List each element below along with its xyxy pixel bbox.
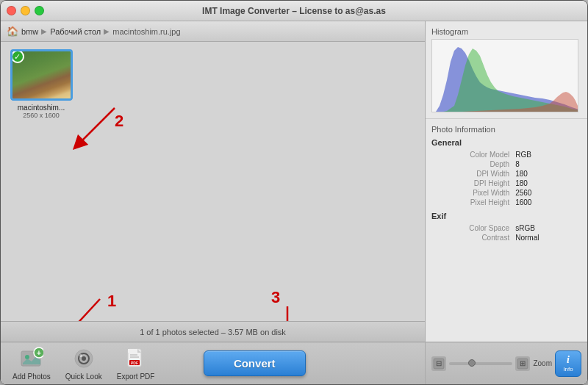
thumb-container: ✓ bbox=[10, 49, 73, 101]
histogram-canvas bbox=[431, 39, 578, 112]
image-thumbnail[interactable]: ✓ macintoshim... 2560 x 1600 bbox=[8, 49, 74, 119]
status-bar: 1 of 1 photos selected – 3.57 MB on disk bbox=[1, 321, 425, 342]
bottom-toolbar: + Add Photos bbox=[1, 342, 425, 384]
table-row: Pixel Width2560 bbox=[431, 188, 581, 198]
main-content: 🏠 bmw ▶ Рабочий стол ▶ macintoshim.ru.jp… bbox=[1, 21, 587, 384]
table-row: ContrastNormal bbox=[431, 233, 581, 242]
general-label: General bbox=[431, 138, 581, 147]
field-value: RGB bbox=[514, 150, 581, 159]
arrow-2 bbox=[67, 101, 126, 159]
field-key: Color Space bbox=[431, 223, 514, 233]
svg-text:⊞: ⊞ bbox=[520, 359, 526, 367]
field-key: DPI Height bbox=[431, 179, 514, 188]
general-info-table: Color ModelRGBDepth8DPI Width180DPI Heig… bbox=[431, 150, 581, 207]
add-photos-button[interactable]: + Add Photos bbox=[12, 347, 51, 381]
field-key: Pixel Width bbox=[431, 188, 514, 198]
svg-point-8 bbox=[79, 354, 82, 357]
table-row: Color ModelRGB bbox=[431, 150, 581, 159]
field-key: Contrast bbox=[431, 233, 514, 242]
table-row: Depth8 bbox=[431, 159, 581, 169]
quick-look-button[interactable]: Quick Look bbox=[65, 347, 102, 381]
histogram-section: Histogram bbox=[426, 21, 587, 119]
zoom-area: ⊟ ⊞ Zoom bbox=[431, 356, 552, 371]
histogram-title: Histogram bbox=[431, 27, 581, 36]
breadcrumb-folder[interactable]: Рабочий стол bbox=[50, 27, 101, 36]
table-row: DPI Height180 bbox=[431, 179, 581, 188]
zoom-slider[interactable] bbox=[449, 362, 512, 365]
exif-info-table: Color SpacesRGBContrastNormal bbox=[431, 223, 581, 242]
title-bar: IMT Image Converter – License to as@as.a… bbox=[1, 1, 587, 21]
field-value: sRGB bbox=[514, 223, 581, 233]
selected-checkmark: ✓ bbox=[11, 50, 24, 63]
photo-info: Photo Information General Color ModelRGB… bbox=[426, 119, 587, 342]
svg-point-7 bbox=[82, 356, 86, 361]
quick-look-icon bbox=[72, 347, 96, 370]
minimize-button[interactable] bbox=[21, 6, 30, 15]
maximize-button[interactable] bbox=[35, 6, 44, 15]
status-text: 1 of 1 photos selected – 3.57 MB on disk bbox=[140, 328, 286, 337]
app-window: IMT Image Converter – License to as@as.a… bbox=[0, 0, 588, 385]
info-button[interactable]: i Info bbox=[555, 350, 581, 377]
zoom-in-icon[interactable]: ⊞ bbox=[515, 356, 530, 371]
breadcrumb-sep2: ▶ bbox=[104, 27, 110, 35]
traffic-lights bbox=[7, 6, 44, 15]
convert-button[interactable]: Convert bbox=[204, 350, 306, 376]
svg-text:PDF: PDF bbox=[131, 361, 138, 365]
field-value: 1600 bbox=[514, 198, 581, 207]
breadcrumb-sep1: ▶ bbox=[41, 27, 47, 35]
zoom-label: Zoom bbox=[533, 359, 552, 367]
info-btn-label: Info bbox=[563, 366, 573, 373]
info-icon: i bbox=[567, 355, 570, 365]
arrow-3 bbox=[273, 303, 317, 321]
export-pdf-label: Export PDF bbox=[117, 373, 155, 381]
window-title: IMT Image Converter – License to as@as.a… bbox=[202, 6, 386, 16]
table-row: Color SpacesRGB bbox=[431, 223, 581, 233]
field-value: 8 bbox=[514, 159, 581, 169]
field-key: Depth bbox=[431, 159, 514, 169]
arrow-1 bbox=[49, 292, 115, 321]
breadcrumb: 🏠 bmw ▶ Рабочий стол ▶ macintoshim.ru.jp… bbox=[1, 21, 425, 42]
thumb-label: macintoshim... bbox=[18, 104, 65, 112]
export-pdf-button[interactable]: PDF Export PDF bbox=[117, 347, 155, 381]
field-value: 180 bbox=[514, 169, 581, 179]
quick-look-label: Quick Look bbox=[65, 373, 102, 381]
breadcrumb-file[interactable]: macintoshim.ru.jpg bbox=[112, 27, 180, 36]
field-value: 2560 bbox=[514, 188, 581, 198]
photo-info-title: Photo Information bbox=[431, 125, 581, 134]
field-key: Pixel Height bbox=[431, 198, 514, 207]
add-photos-icon: + bbox=[20, 347, 43, 370]
svg-rect-10 bbox=[128, 349, 137, 353]
home-icon: 🏠 bbox=[7, 26, 18, 37]
table-row: DPI Width180 bbox=[431, 169, 581, 179]
right-bottom-toolbar: ⊟ ⊞ Zoom i Info bbox=[426, 342, 587, 384]
field-key: Color Model bbox=[431, 150, 514, 159]
right-panel: Histogram Photo Information General bbox=[426, 21, 587, 384]
breadcrumb-home[interactable]: bmw bbox=[21, 27, 38, 36]
close-button[interactable] bbox=[7, 6, 16, 15]
export-pdf-icon: PDF bbox=[124, 347, 148, 370]
svg-text:+: + bbox=[37, 349, 41, 357]
exif-label: Exif bbox=[431, 212, 581, 220]
left-panel: 🏠 bmw ▶ Рабочий стол ▶ macintoshim.ru.jp… bbox=[1, 21, 426, 384]
field-key: DPI Width bbox=[431, 169, 514, 179]
svg-text:⊟: ⊟ bbox=[436, 359, 442, 367]
zoom-out-icon[interactable]: ⊟ bbox=[431, 356, 446, 371]
field-value: 180 bbox=[514, 179, 581, 188]
gallery-area: ✓ macintoshim... 2560 x 1600 2 1 bbox=[1, 42, 425, 321]
thumb-size: 2560 x 1600 bbox=[23, 112, 60, 119]
field-value: Normal bbox=[514, 233, 581, 242]
table-row: Pixel Height1600 bbox=[431, 198, 581, 207]
toolbar-left-group: + Add Photos bbox=[12, 347, 154, 381]
add-photos-label: Add Photos bbox=[12, 373, 51, 381]
